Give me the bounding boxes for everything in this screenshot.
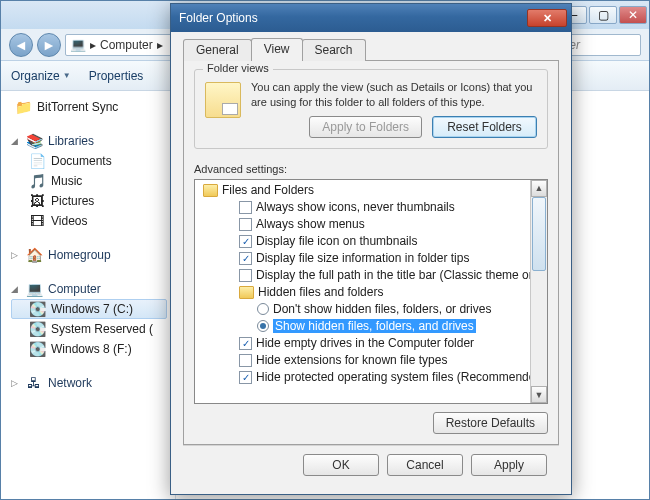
computer-icon: 💻: [70, 37, 86, 53]
tab-strip: General View Search: [183, 38, 559, 60]
radio[interactable]: [257, 320, 269, 332]
restore-defaults-button[interactable]: Restore Defaults: [433, 412, 548, 434]
libraries-icon: 📚: [26, 133, 42, 149]
checkbox[interactable]: [239, 235, 252, 248]
tree-item-label: Hide extensions for known file types: [256, 353, 447, 367]
advanced-settings-label: Advanced settings:: [194, 163, 548, 175]
tree-item[interactable]: Hide empty drives in the Computer folder: [199, 335, 528, 352]
folder-icon: [203, 184, 218, 197]
computer-icon: 💻: [26, 281, 42, 297]
navigation-pane: 📁 BitTorrent Sync ◢ 📚 Libraries 📄Documen…: [1, 91, 176, 499]
tree-item[interactable]: Show hidden files, folders, and drives: [199, 318, 528, 335]
apply-button[interactable]: Apply: [471, 454, 547, 476]
documents-icon: 📄: [29, 153, 45, 169]
pictures-icon: 🖼: [29, 193, 45, 209]
expand-icon: ▷: [11, 378, 20, 388]
tree-item-label: Display file icon on thumbnails: [256, 234, 417, 248]
apply-to-folders-button[interactable]: Apply to Folders: [309, 116, 422, 138]
scroll-up-button[interactable]: ▲: [531, 180, 547, 197]
sidebar-item-bittorrent[interactable]: 📁 BitTorrent Sync: [11, 97, 175, 117]
dialog-title: Folder Options: [179, 11, 258, 25]
tree-item[interactable]: Display the full path in the title bar (…: [199, 267, 528, 284]
sidebar-head-homegroup[interactable]: ▷ 🏠 Homegroup: [11, 245, 175, 265]
videos-icon: 🎞: [29, 213, 45, 229]
sidebar-item-videos[interactable]: 🎞Videos: [11, 211, 175, 231]
dialog-close-button[interactable]: ✕: [527, 9, 567, 27]
tree-item[interactable]: Don't show hidden files, folders, or dri…: [199, 301, 528, 318]
sidebar-item-pictures[interactable]: 🖼Pictures: [11, 191, 175, 211]
dialog-button-row: OK Cancel Apply: [183, 445, 559, 484]
sidebar-head-computer[interactable]: ◢ 💻 Computer: [11, 279, 175, 299]
tab-search[interactable]: Search: [302, 39, 366, 61]
tree-item-label: Hide empty drives in the Computer folder: [256, 336, 474, 350]
back-button[interactable]: ◄: [9, 33, 33, 57]
tree-body[interactable]: Files and FoldersAlways show icons, neve…: [195, 180, 530, 403]
forward-button[interactable]: ►: [37, 33, 61, 57]
scrollbar[interactable]: ▲ ▼: [530, 180, 547, 403]
tab-general[interactable]: General: [183, 39, 252, 61]
maximize-button[interactable]: ▢: [589, 6, 617, 24]
tree-item[interactable]: Display file icon on thumbnails: [199, 233, 528, 250]
drive-icon: 💽: [29, 321, 45, 337]
dialog-titlebar[interactable]: Folder Options ✕: [171, 4, 571, 32]
cancel-button[interactable]: Cancel: [387, 454, 463, 476]
sidebar-item-drive-f[interactable]: 💽Windows 8 (F:): [11, 339, 175, 359]
drive-icon: 💽: [29, 341, 45, 357]
folder-icon: [239, 286, 254, 299]
folder-icon: 📁: [15, 99, 31, 115]
drive-icon: 💽: [29, 301, 45, 317]
tree-item-label: Don't show hidden files, folders, or dri…: [273, 302, 491, 316]
folder-views-description: You can apply the view (such as Details …: [251, 80, 537, 110]
expand-icon: ◢: [11, 284, 20, 294]
sidebar-item-documents[interactable]: 📄Documents: [11, 151, 175, 171]
checkbox[interactable]: [239, 201, 252, 214]
properties-button[interactable]: Properties: [89, 69, 144, 83]
tab-view[interactable]: View: [251, 38, 303, 61]
tree-item-label: Always show menus: [256, 217, 365, 231]
reset-folders-button[interactable]: Reset Folders: [432, 116, 537, 138]
folder-views-icon: [205, 82, 241, 118]
radio[interactable]: [257, 303, 269, 315]
tree-item-label: Hide protected operating system files (R…: [256, 370, 530, 384]
checkbox[interactable]: [239, 269, 252, 282]
ok-button[interactable]: OK: [303, 454, 379, 476]
tree-item[interactable]: Hidden files and folders: [199, 284, 528, 301]
tree-item[interactable]: Hide extensions for known file types: [199, 352, 528, 369]
folder-views-label: Folder views: [203, 62, 273, 74]
sidebar-item-drive-reserved[interactable]: 💽System Reserved (: [11, 319, 175, 339]
tree-item[interactable]: Always show icons, never thumbnails: [199, 199, 528, 216]
sidebar-item-music[interactable]: 🎵Music: [11, 171, 175, 191]
tree-item-label: Always show icons, never thumbnails: [256, 200, 455, 214]
scroll-down-button[interactable]: ▼: [531, 386, 547, 403]
expand-icon: ▷: [11, 250, 20, 260]
tree-item-label: Display file size information in folder …: [256, 251, 469, 265]
breadcrumb[interactable]: Computer: [100, 38, 153, 52]
tree-root[interactable]: Files and Folders: [199, 182, 528, 199]
close-button[interactable]: ✕: [619, 6, 647, 24]
tree-item-label: Show hidden files, folders, and drives: [273, 319, 476, 333]
scroll-track[interactable]: [531, 197, 547, 386]
folder-options-dialog: Folder Options ✕ General View Search Fol…: [170, 3, 572, 495]
checkbox[interactable]: [239, 218, 252, 231]
sidebar-item-drive-c[interactable]: 💽Windows 7 (C:): [11, 299, 167, 319]
checkbox[interactable]: [239, 252, 252, 265]
tree-item[interactable]: Display file size information in folder …: [199, 250, 528, 267]
tab-panel-view: Folder views You can apply the view (suc…: [183, 60, 559, 445]
folder-views-group: Folder views You can apply the view (suc…: [194, 69, 548, 149]
tree-item[interactable]: Always show menus: [199, 216, 528, 233]
advanced-settings-tree: Files and FoldersAlways show icons, neve…: [194, 179, 548, 404]
tree-item[interactable]: Hide protected operating system files (R…: [199, 369, 528, 386]
scroll-thumb[interactable]: [532, 197, 546, 271]
homegroup-icon: 🏠: [26, 247, 42, 263]
sidebar-head-libraries[interactable]: ◢ 📚 Libraries: [11, 131, 175, 151]
checkbox[interactable]: [239, 371, 252, 384]
organize-menu[interactable]: Organize▼: [11, 69, 71, 83]
tree-item-label: Display the full path in the title bar (…: [256, 268, 530, 282]
checkbox[interactable]: [239, 354, 252, 367]
network-icon: 🖧: [26, 375, 42, 391]
expand-icon: ◢: [11, 136, 20, 146]
sidebar-head-network[interactable]: ▷ 🖧 Network: [11, 373, 175, 393]
checkbox[interactable]: [239, 337, 252, 350]
tree-item-label: Hidden files and folders: [258, 285, 383, 299]
music-icon: 🎵: [29, 173, 45, 189]
